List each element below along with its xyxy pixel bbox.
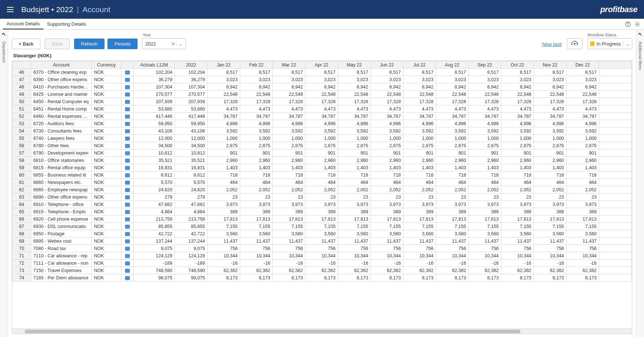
- column-header[interactable]: Apr 22: [305, 61, 338, 69]
- month-cell[interactable]: 11,437: [403, 238, 436, 245]
- month-cell[interactable]: 17,328: [305, 98, 338, 105]
- year-total-cell[interactable]: 85,855: [175, 223, 207, 230]
- month-cell[interactable]: 4,473: [468, 105, 501, 113]
- month-cell[interactable]: 3,560: [305, 230, 338, 238]
- month-cell[interactable]: 1,403: [338, 164, 370, 171]
- column-header[interactable]: May 22: [338, 61, 370, 69]
- currency-cell[interactable]: NOK: [92, 69, 121, 76]
- month-cell[interactable]: 3,023: [370, 76, 403, 83]
- month-cell[interactable]: 3,560: [272, 230, 305, 238]
- publish-button[interactable]: [567, 38, 582, 49]
- month-cell[interactable]: 34,787: [338, 113, 370, 120]
- note-button[interactable]: [121, 149, 133, 157]
- month-cell[interactable]: 389: [305, 208, 338, 215]
- month-cell[interactable]: 1,000: [370, 135, 403, 142]
- month-cell[interactable]: 2,875: [501, 142, 534, 149]
- month-cell[interactable]: 62,382: [207, 267, 240, 274]
- account-cell[interactable]: 6910 - Telephone - office: [31, 201, 91, 208]
- note-button[interactable]: [121, 223, 133, 230]
- month-cell[interactable]: 464: [501, 179, 534, 186]
- comment-icon[interactable]: [125, 210, 130, 214]
- month-cell[interactable]: 901: [370, 149, 403, 157]
- periods-button[interactable]: Periods: [107, 39, 138, 49]
- actuals-l12m-cell[interactable]: 748,590: [133, 267, 175, 274]
- table-row[interactable]: 546730 - Consultants feesNOK43,10643,106…: [12, 127, 632, 135]
- actuals-l12m-cell[interactable]: 207,939: [133, 98, 175, 105]
- month-cell[interactable]: 389: [240, 208, 272, 215]
- month-cell[interactable]: 17,813: [436, 215, 468, 223]
- month-cell[interactable]: 34,787: [501, 113, 534, 120]
- month-cell[interactable]: 22,548: [566, 91, 599, 98]
- comment-icon[interactable]: [125, 239, 130, 243]
- month-cell[interactable]: 22,548: [240, 91, 272, 98]
- month-cell[interactable]: 3,560: [370, 230, 403, 238]
- month-cell[interactable]: 2,875: [436, 142, 468, 149]
- month-cell[interactable]: -16: [403, 260, 436, 267]
- month-cell[interactable]: 464: [305, 179, 338, 186]
- account-cell[interactable]: 7165 - Per Diem allowance: [31, 274, 91, 282]
- month-cell[interactable]: 2,875: [566, 142, 599, 149]
- month-cell[interactable]: 389: [501, 208, 534, 215]
- month-cell[interactable]: 3,592: [240, 127, 272, 135]
- month-cell[interactable]: 1,000: [436, 135, 468, 142]
- actuals-l12m-cell[interactable]: 85,855: [133, 223, 175, 230]
- month-cell[interactable]: 22,548: [501, 91, 534, 98]
- month-cell[interactable]: 34,787: [272, 113, 305, 120]
- month-cell[interactable]: 389: [534, 208, 566, 215]
- month-cell[interactable]: 718: [566, 171, 599, 179]
- right-rail[interactable]: Additional filters: [636, 30, 644, 337]
- currency-cell[interactable]: NOK: [92, 98, 121, 105]
- currency-cell[interactable]: NOK: [92, 120, 121, 127]
- note-button[interactable]: [121, 238, 133, 245]
- hamburger-icon[interactable]: [6, 5, 15, 14]
- month-cell[interactable]: 389: [338, 208, 370, 215]
- currency-cell[interactable]: NOK: [92, 260, 121, 267]
- month-cell[interactable]: 8,942: [468, 83, 501, 91]
- year-total-cell[interactable]: 213,758: [175, 215, 207, 223]
- actuals-l12m-cell[interactable]: 270,577: [133, 91, 175, 98]
- month-cell[interactable]: 7,155: [338, 223, 370, 230]
- year-total-cell[interactable]: 9,075: [175, 245, 207, 252]
- year-total-cell[interactable]: 35,521: [175, 157, 207, 164]
- month-cell[interactable]: 3,023: [338, 76, 370, 83]
- note-button[interactable]: [121, 274, 133, 282]
- month-cell[interactable]: 8,173: [501, 274, 534, 282]
- month-cell[interactable]: 22,548: [468, 91, 501, 98]
- actuals-l12m-cell[interactable]: 53,680: [133, 105, 175, 113]
- month-cell[interactable]: 3,973: [534, 201, 566, 208]
- month-cell[interactable]: 22,548: [207, 91, 240, 98]
- account-cell[interactable]: 6460 - Rental expenses ser: [31, 113, 91, 120]
- month-cell[interactable]: 3,973: [436, 201, 468, 208]
- month-cell[interactable]: 3,560: [534, 230, 566, 238]
- table-row[interactable]: 656915 - Telephone - EmploNOK4,6644,6643…: [12, 208, 632, 215]
- month-cell[interactable]: 11,437: [436, 238, 468, 245]
- month-cell[interactable]: 34,787: [534, 113, 566, 120]
- month-cell[interactable]: -16: [370, 260, 403, 267]
- note-button[interactable]: [121, 113, 133, 120]
- month-cell[interactable]: 11,437: [240, 238, 272, 245]
- account-cell[interactable]: 6810 - Office stationaries: [31, 157, 91, 164]
- month-cell[interactable]: 464: [468, 179, 501, 186]
- month-cell[interactable]: 17,328: [338, 98, 370, 105]
- grid-scroll[interactable]: AccountCurrencyActuals L12M2022Jan 22Feb…: [12, 61, 632, 329]
- comment-icon[interactable]: [125, 159, 130, 163]
- chevron-down-icon[interactable]: ⌄: [623, 41, 630, 47]
- actuals-l12m-cell[interactable]: 24,620: [133, 186, 175, 193]
- account-cell[interactable]: 6720 - Auditors fees: [31, 120, 91, 127]
- currency-cell[interactable]: NOK: [92, 201, 121, 208]
- actuals-l12m-cell[interactable]: 102,204: [133, 69, 175, 76]
- currency-cell[interactable]: NOK: [92, 91, 121, 98]
- month-cell[interactable]: 62,382: [501, 267, 534, 274]
- year-select[interactable]: 2022 ✕ ⌄: [142, 38, 186, 49]
- month-cell[interactable]: 17,328: [436, 98, 468, 105]
- year-total-cell[interactable]: 107,304: [175, 83, 207, 91]
- account-cell[interactable]: 6915 - Telephone - Emplo: [31, 208, 91, 215]
- month-cell[interactable]: 7,155: [566, 223, 599, 230]
- month-cell[interactable]: 23: [305, 193, 338, 201]
- month-cell[interactable]: 4,473: [566, 105, 599, 113]
- month-cell[interactable]: 389: [403, 208, 436, 215]
- month-cell[interactable]: 2,052: [240, 186, 272, 193]
- month-cell[interactable]: 8,517: [240, 69, 272, 76]
- note-button[interactable]: [121, 201, 133, 208]
- month-cell[interactable]: 389: [436, 208, 468, 215]
